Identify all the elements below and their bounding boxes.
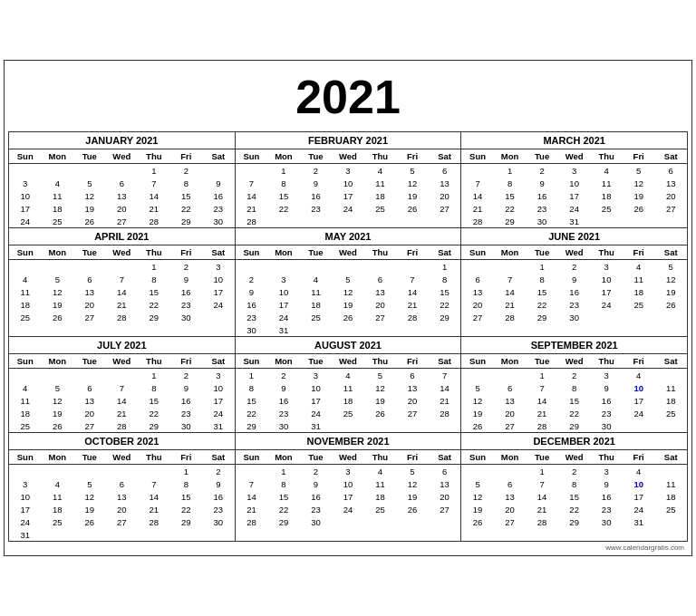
weekday-header: Thu bbox=[590, 450, 623, 465]
calendar-day: 4 bbox=[623, 260, 655, 274]
calendar-day: 19 bbox=[396, 490, 429, 503]
weekday-header: Mon bbox=[267, 450, 300, 465]
calendar-day: 14 bbox=[429, 381, 461, 394]
calendar-day: 5 bbox=[461, 477, 494, 490]
weekday-header: Tue bbox=[73, 245, 106, 260]
calendar-day: 22 bbox=[170, 202, 203, 215]
month-title: JULY 2021 bbox=[9, 337, 235, 354]
calendar-day: 21 bbox=[236, 503, 268, 515]
calendar-day bbox=[106, 164, 139, 178]
calendar-day: 24 bbox=[267, 311, 300, 323]
weekday-header: Fri bbox=[170, 245, 203, 260]
calendar-day: 5 bbox=[42, 381, 74, 394]
weekday-header: Wed bbox=[558, 245, 591, 260]
weekday-header: Sat bbox=[202, 149, 235, 164]
calendar-day: 19 bbox=[461, 407, 494, 419]
calendar-day: 19 bbox=[73, 503, 106, 515]
calendar-day: 18 bbox=[9, 298, 42, 311]
calendar-day: 14 bbox=[236, 490, 268, 503]
calendar-day: 16 bbox=[170, 394, 203, 407]
weekday-header: Thu bbox=[364, 354, 397, 369]
calendar-day: 21 bbox=[396, 298, 429, 311]
calendar-day: 4 bbox=[9, 273, 42, 285]
calendar-day: 26 bbox=[461, 419, 494, 432]
calendar-day: 6 bbox=[494, 477, 527, 490]
calendar-day: 24 bbox=[332, 202, 364, 215]
calendar-day: 30 bbox=[526, 215, 558, 227]
calendar-day: 29 bbox=[170, 215, 203, 227]
calendar-day: 22 bbox=[138, 298, 170, 311]
calendar-day: 3 bbox=[590, 260, 623, 274]
calendar-day: 27 bbox=[429, 503, 461, 515]
calendar-day: 25 bbox=[42, 215, 74, 227]
weekday-header: Wed bbox=[106, 354, 139, 369]
calendar-day: 23 bbox=[300, 202, 333, 215]
calendar-day: 23 bbox=[170, 298, 203, 311]
calendar-day: 22 bbox=[170, 503, 203, 515]
calendar-day: 25 bbox=[590, 202, 623, 215]
calendar-day: 28 bbox=[138, 215, 170, 227]
weekday-header: Mon bbox=[267, 245, 300, 260]
calendar-day: 28 bbox=[396, 311, 429, 323]
calendar-day: 7 bbox=[396, 273, 429, 285]
calendar-day: 15 bbox=[429, 285, 461, 298]
calendar-day bbox=[590, 311, 623, 323]
weekday-header: Thu bbox=[138, 149, 170, 164]
calendar-day: 20 bbox=[494, 407, 527, 419]
month-title: DECEMBER 2021 bbox=[461, 433, 687, 450]
calendar-day bbox=[654, 215, 687, 227]
weekday-header: Wed bbox=[558, 354, 591, 369]
calendar-day: 17 bbox=[9, 503, 42, 515]
calendar-day bbox=[461, 260, 494, 274]
calendar-day: 17 bbox=[300, 394, 333, 407]
calendar-day bbox=[138, 528, 170, 541]
calendar-day bbox=[42, 164, 74, 178]
calendar-day: 1 bbox=[236, 369, 268, 382]
month-title: MAY 2021 bbox=[236, 228, 461, 245]
calendar-day: 21 bbox=[526, 503, 558, 515]
weekday-header: Thu bbox=[364, 450, 397, 465]
calendar-day: 13 bbox=[494, 394, 527, 407]
calendar-day: 30 bbox=[202, 215, 235, 227]
calendar-day bbox=[138, 465, 170, 478]
calendar-day: 29 bbox=[558, 515, 591, 528]
calendar-day bbox=[654, 369, 687, 382]
calendar-day: 20 bbox=[73, 407, 106, 419]
calendar-day: 17 bbox=[267, 298, 300, 311]
calendar-day: 29 bbox=[526, 311, 558, 323]
calendar-day: 27 bbox=[364, 311, 397, 323]
weekday-header: Wed bbox=[332, 354, 364, 369]
weekday-header: Tue bbox=[73, 149, 106, 164]
calendar-day: 30 bbox=[236, 323, 268, 336]
month-table: SunMonTueWedThuFriSat1234567891011121314… bbox=[9, 149, 235, 227]
month-block: JANUARY 2021SunMonTueWedThuFriSat1234567… bbox=[9, 132, 236, 228]
calendar-day bbox=[300, 260, 333, 274]
calendar-day bbox=[267, 260, 300, 274]
month-table: SunMonTueWedThuFriSat1234567891011121314… bbox=[9, 450, 235, 541]
weekday-header: Sun bbox=[236, 149, 268, 164]
calendar-day: 1 bbox=[267, 164, 300, 178]
calendar-day: 17 bbox=[558, 189, 591, 202]
calendar-day bbox=[42, 260, 74, 274]
calendar-day: 28 bbox=[429, 407, 461, 419]
calendar-day: 28 bbox=[526, 515, 558, 528]
calendar-day: 15 bbox=[267, 189, 300, 202]
weekday-header: Fri bbox=[623, 149, 655, 164]
month-table: SunMonTueWedThuFriSat1234567891011121314… bbox=[236, 354, 461, 432]
calendar-day: 13 bbox=[106, 189, 139, 202]
calendar-day: 4 bbox=[623, 369, 655, 382]
calendar-day: 25 bbox=[654, 503, 687, 515]
calendar-day: 16 bbox=[267, 394, 300, 407]
month-title: MARCH 2021 bbox=[461, 132, 687, 149]
calendar-day: 9 bbox=[170, 381, 203, 394]
month-title: JUNE 2021 bbox=[461, 228, 687, 245]
calendar-day: 28 bbox=[494, 311, 527, 323]
calendar-day: 31 bbox=[558, 215, 591, 227]
calendar-day: 11 bbox=[623, 273, 655, 285]
calendar-day: 5 bbox=[396, 465, 429, 478]
calendar-day: 27 bbox=[429, 202, 461, 215]
calendar-day bbox=[332, 215, 364, 227]
weekday-header: Sun bbox=[236, 354, 268, 369]
calendar-day: 5 bbox=[396, 164, 429, 178]
calendar-day: 2 bbox=[558, 465, 591, 478]
